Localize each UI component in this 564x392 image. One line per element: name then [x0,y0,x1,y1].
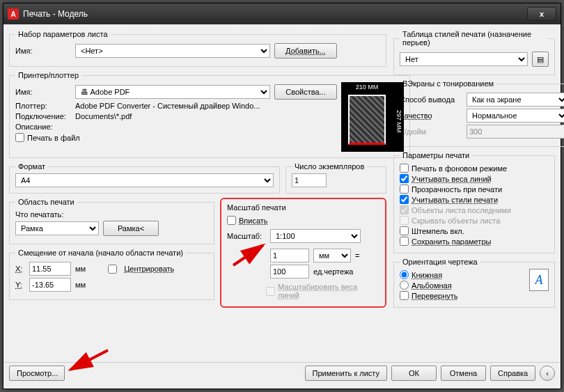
preview-button[interactable]: Просмотр... [9,366,65,381]
opt-hide-paperspace-checkbox [400,216,409,225]
orientation-group: Ориентация чертежа Книжная Альбомная Пер… [393,258,555,308]
apply-to-layout-button[interactable]: Применить к листу [305,366,388,381]
page-setup-group: Набор параметров листа Имя: <Нет> Добави… [9,30,386,67]
chevron-left-icon: ‹ [546,369,549,377]
format-legend: Формат [15,162,48,171]
page-setup-name-label: Имя: [15,47,71,55]
fit-label: Вписать [239,217,268,225]
orientation-upside-checkbox[interactable] [400,291,409,300]
scale-unit2-label: ед.чертежа [313,267,353,276]
plot-options-group: Параметры печати Печать в фоновом режиме… [393,151,555,253]
where-label: Подключение: [15,112,71,120]
opt-transparency-checkbox[interactable] [400,185,409,194]
copies-legend: Число экземпляров [292,162,367,171]
shaded-viewport-group: ВЭкраны с тонированием Способ вывода Как… [393,79,564,147]
paper-preview: 210 MM 297 MM [341,82,404,152]
opt-lineweights-checkbox[interactable] [400,174,409,183]
shade-quality-select[interactable]: Нормальное [467,109,564,123]
shaded-viewport-legend: ВЭкраны с тонированием [400,79,496,88]
orientation-portrait-radio[interactable] [400,270,409,279]
plot-area-group: Область печати Что печатать: Рамка Рамка… [9,198,214,244]
opt-background-checkbox[interactable] [400,164,409,173]
window-title: Печать - Модель [23,9,527,19]
close-button[interactable]: x [527,7,556,21]
what-to-plot-select[interactable]: Рамка [15,221,99,235]
center-label: Центрировать [124,265,174,273]
plot-styles-group: Таблица стилей печати (назначение перьев… [393,30,555,75]
format-select[interactable]: A4 [15,173,274,187]
center-checkbox[interactable] [108,265,117,274]
scale-lineweights-checkbox [266,287,275,296]
offset-x-input[interactable] [29,262,71,276]
offset-y-label: Y: [15,281,25,289]
scale-lineweights-label: Масштабировать веса линий [278,283,379,299]
shade-quality-label: Качество [400,111,462,120]
print-to-file-checkbox[interactable] [15,133,24,142]
orientation-legend: Ориентация чертежа [400,258,480,266]
equals-icon: = [355,251,359,260]
help-button[interactable]: Справка [490,366,535,381]
plotter-value: Adobe PDF Converter - Системный драйвер … [75,102,260,110]
printer-name-label: Имя: [15,88,71,96]
paper-icon [348,95,386,145]
plot-styles-edit-button[interactable]: ▤ [532,52,549,67]
scale-unit2-input[interactable] [270,265,309,279]
orientation-landscape-radio[interactable] [400,281,409,290]
plot-styles-legend: Таблица стилей печати (назначение перьев… [400,30,549,47]
plotter-label: Плоттер: [15,102,71,110]
offset-x-label: X: [15,265,25,273]
copies-input[interactable] [292,173,327,187]
scale-unit-select[interactable]: мм [313,249,351,262]
titlebar: A Печать - Модель x [3,3,561,24]
format-group: Формат A4 [9,162,280,194]
shade-mode-label: Способ вывода [400,95,462,104]
offset-y-unit: мм [75,281,86,289]
app-logo-icon: A [8,8,19,19]
page-setup-legend: Набор параметров листа [15,30,111,38]
cancel-button[interactable]: Отмена [441,366,486,381]
preview-height-label: 297 MM [395,110,402,133]
offset-x-unit: мм [75,265,86,273]
plot-area-legend: Область печати [15,198,77,206]
fit-checkbox[interactable] [227,216,236,225]
offset-legend: Смещение от начала (начало области печат… [15,249,186,257]
printer-legend: Принтер/плоттер [15,71,81,79]
page-setup-name-select[interactable]: <Нет> [75,44,270,58]
printer-group: Принтер/плоттер Имя: 🖶 Adobe PDF Свойств… [9,71,410,158]
window-pick-button[interactable]: Рамка< [103,221,159,236]
description-label: Описание: [15,123,71,131]
printer-name-select[interactable]: 🖶 Adobe PDF [75,85,270,99]
scale-label: Масштаб: [227,232,266,240]
print-to-file-label: Печать в файл [27,134,80,142]
opt-save-changes-checkbox[interactable] [400,237,409,246]
what-to-plot-label: Что печатать: [15,210,208,219]
plot-styles-select[interactable]: Нет [400,52,528,66]
add-page-setup-button[interactable]: Добавить... [274,43,337,58]
preview-width-label: 210 MM [348,84,386,91]
shade-dpi-label: Т/дюйм [400,127,462,136]
where-value: Documents\*.pdf [75,112,132,120]
offset-group: Смещение от начала (начало области печат… [9,249,214,300]
shade-dpi-input [467,125,564,139]
scale-legend: Масштаб печати [227,203,379,212]
shade-mode-select[interactable]: Как на экране [467,93,564,107]
opt-plotstyles-checkbox[interactable] [400,195,409,204]
copies-group: Число экземпляров [285,162,386,194]
offset-y-input[interactable] [29,278,71,292]
printer-properties-button[interactable]: Свойства... [274,84,337,100]
opt-stamp-checkbox[interactable] [400,226,409,235]
scale-select[interactable]: 1:100 [270,229,361,243]
scale-unit1-input[interactable] [270,249,309,262]
opt-paperspace-last-checkbox [400,205,409,214]
scale-group: Масштаб печати Вписать Масштаб: 1:100 мм… [220,198,386,308]
plot-options-legend: Параметры печати [400,151,472,159]
orientation-preview-icon: A [529,269,549,291]
ok-button[interactable]: ОК [391,366,437,381]
expand-button[interactable]: ‹ [540,366,555,381]
